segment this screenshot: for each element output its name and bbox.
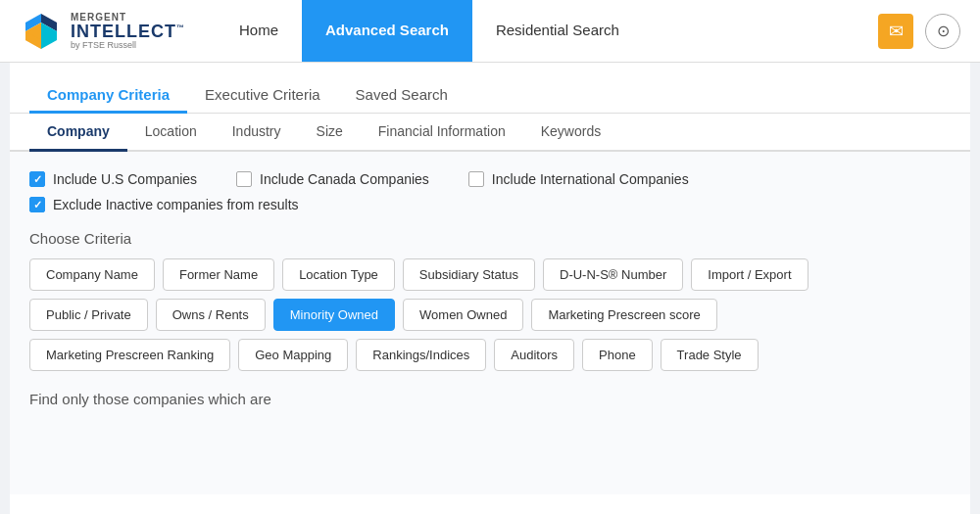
tab-size[interactable]: Size bbox=[299, 114, 361, 152]
tab-company[interactable]: Company bbox=[29, 114, 127, 152]
criteria-btn-former-name[interactable]: Former Name bbox=[163, 258, 274, 291]
user-icon: ⊙ bbox=[937, 22, 950, 40]
criteria-btn-rankings-indices[interactable]: Rankings/Indices bbox=[356, 339, 486, 371]
include-canada-label: Include Canada Companies bbox=[260, 171, 429, 187]
tab-keywords[interactable]: Keywords bbox=[523, 114, 618, 152]
nav-item-advanced-search[interactable]: Advanced Search bbox=[302, 0, 472, 62]
notification-icon: ✉ bbox=[889, 21, 904, 42]
exclude-inactive-label: Exclude Inactive companies from results bbox=[53, 197, 299, 212]
include-us-checkbox-box[interactable] bbox=[29, 171, 45, 187]
include-canada-checkbox[interactable]: Include Canada Companies bbox=[236, 171, 429, 187]
main-content: Company Criteria Executive Criteria Save… bbox=[10, 63, 970, 514]
logo-icon bbox=[20, 10, 63, 53]
criteria-row-3: Marketing Prescreen Ranking Geo Mapping … bbox=[29, 339, 951, 371]
content-area: Include U.S Companies Include Canada Com… bbox=[10, 152, 970, 494]
criteria-btn-auditors[interactable]: Auditors bbox=[494, 339, 574, 371]
notification-button[interactable]: ✉ bbox=[878, 14, 913, 49]
header-actions: ✉ ⊙ bbox=[878, 14, 960, 49]
criteria-btn-women-owned[interactable]: Women Owned bbox=[403, 299, 523, 331]
criteria-btn-public-private[interactable]: Public / Private bbox=[29, 299, 148, 331]
tab-saved-search[interactable]: Saved Search bbox=[338, 78, 466, 114]
criteria-btn-import-export[interactable]: Import / Export bbox=[691, 258, 808, 291]
criteria-btn-company-name[interactable]: Company Name bbox=[29, 258, 155, 291]
tab-executive-criteria[interactable]: Executive Criteria bbox=[187, 78, 338, 114]
nav-item-residential-search[interactable]: Residential Search bbox=[472, 0, 643, 62]
criteria-btn-duns-number[interactable]: D-U-N-S® Number bbox=[543, 258, 683, 291]
country-checkboxes-row: Include U.S Companies Include Canada Com… bbox=[29, 171, 951, 187]
intellect-label: INTELLECT™ bbox=[71, 23, 185, 40]
criteria-btn-trade-style[interactable]: Trade Style bbox=[661, 339, 759, 371]
criteria-btn-phone[interactable]: Phone bbox=[582, 339, 653, 371]
choose-criteria-title: Choose Criteria bbox=[29, 230, 951, 247]
tab-company-criteria[interactable]: Company Criteria bbox=[29, 78, 187, 114]
exclude-inactive-row: Exclude Inactive companies from results bbox=[29, 197, 951, 212]
criteria-row-1: Company Name Former Name Location Type S… bbox=[29, 258, 951, 291]
secondary-tabs: Company Location Industry Size Financial… bbox=[10, 114, 970, 152]
logo-text: MERGENT INTELLECT™ by FTSE Russell bbox=[71, 12, 185, 50]
byline-label: by FTSE Russell bbox=[71, 40, 185, 50]
include-us-label: Include U.S Companies bbox=[53, 171, 197, 187]
criteria-btn-marketing-prescreen-score[interactable]: Marketing Prescreen score bbox=[531, 299, 716, 331]
include-canada-checkbox-box[interactable] bbox=[236, 171, 252, 187]
criteria-btn-minority-owned[interactable]: Minority Owned bbox=[273, 299, 395, 331]
include-us-checkbox[interactable]: Include U.S Companies bbox=[29, 171, 197, 187]
logo-area: MERGENT INTELLECT™ by FTSE Russell bbox=[20, 10, 216, 53]
find-section-title: Find only those companies which are bbox=[29, 391, 951, 407]
primary-tabs: Company Criteria Executive Criteria Save… bbox=[10, 63, 970, 114]
include-international-checkbox-box[interactable] bbox=[468, 171, 484, 187]
criteria-row-2: Public / Private Owns / Rents Minority O… bbox=[29, 299, 951, 331]
criteria-btn-marketing-prescreen-ranking[interactable]: Marketing Prescreen Ranking bbox=[29, 339, 230, 371]
exclude-inactive-checkbox-box[interactable] bbox=[29, 197, 45, 212]
include-international-checkbox[interactable]: Include International Companies bbox=[468, 171, 689, 187]
user-account-button[interactable]: ⊙ bbox=[925, 14, 960, 49]
criteria-btn-subsidiary-status[interactable]: Subsidiary Status bbox=[403, 258, 535, 291]
main-nav: Home Advanced Search Residential Search bbox=[216, 0, 878, 62]
exclude-inactive-checkbox[interactable]: Exclude Inactive companies from results bbox=[29, 197, 299, 212]
header: MERGENT INTELLECT™ by FTSE Russell Home … bbox=[0, 0, 980, 63]
criteria-btn-geo-mapping[interactable]: Geo Mapping bbox=[238, 339, 348, 371]
tab-financial-information[interactable]: Financial Information bbox=[361, 114, 523, 152]
tab-location[interactable]: Location bbox=[127, 114, 215, 152]
include-international-label: Include International Companies bbox=[492, 171, 689, 187]
nav-item-home[interactable]: Home bbox=[216, 0, 302, 62]
criteria-btn-location-type[interactable]: Location Type bbox=[282, 258, 395, 291]
tab-industry[interactable]: Industry bbox=[215, 114, 299, 152]
criteria-btn-owns-rents[interactable]: Owns / Rents bbox=[156, 299, 266, 331]
